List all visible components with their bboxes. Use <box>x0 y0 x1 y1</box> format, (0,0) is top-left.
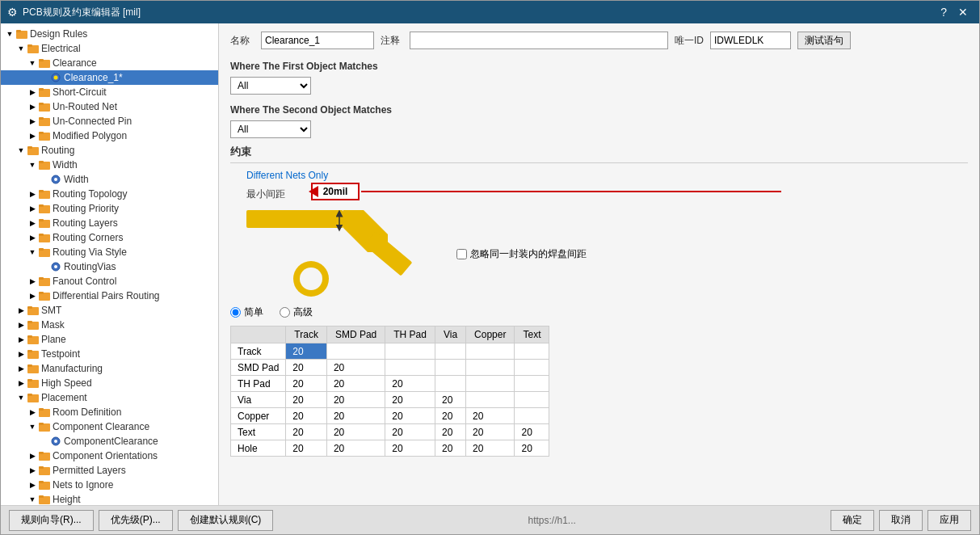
table-cell[interactable] <box>385 343 435 360</box>
table-cell[interactable] <box>466 360 515 376</box>
tree-item-component-clearance-rule[interactable]: ComponentClearance <box>1 434 218 449</box>
close-button[interactable]: ✕ <box>953 4 973 20</box>
tree-item-design-rules[interactable]: ▼Design Rules <box>1 27 218 41</box>
table-cell[interactable] <box>466 392 515 408</box>
tree-toggle-fanout-control[interactable]: ▶ <box>27 276 38 287</box>
tree-toggle-component-clearance[interactable]: ▼ <box>27 421 38 432</box>
tree-item-component-clearance[interactable]: ▼Component Clearance <box>1 419 218 434</box>
table-cell[interactable]: 20 <box>326 408 385 424</box>
name-input[interactable] <box>261 32 374 49</box>
tree-toggle-un-routed-net[interactable]: ▶ <box>27 101 38 112</box>
apply-button[interactable]: 应用 <box>927 510 971 531</box>
table-cell[interactable]: 20 <box>515 424 549 440</box>
table-cell[interactable] <box>515 360 549 376</box>
table-cell[interactable] <box>515 392 549 408</box>
table-cell[interactable]: 20 <box>326 376 385 392</box>
tree-toggle-plane[interactable]: ▶ <box>15 334 27 345</box>
tree-item-un-connected-pin[interactable]: ▶Un-Connected Pin <box>1 114 218 128</box>
tree-item-modified-polygon[interactable]: ▶Modified Polygon <box>1 128 218 143</box>
tree-toggle-clearance[interactable]: ▼ <box>27 57 38 69</box>
tree-item-routing-topology[interactable]: ▶Routing Topology <box>1 187 218 201</box>
tree-toggle-routing-vias[interactable] <box>38 261 49 272</box>
table-cell[interactable]: 20 <box>286 408 327 424</box>
tree-toggle-short-circuit[interactable]: ▶ <box>27 86 38 98</box>
table-cell[interactable]: 20 <box>326 424 385 440</box>
table-row[interactable]: Track20 <box>231 343 549 360</box>
tree-item-width-rule[interactable]: Width <box>1 172 218 187</box>
table-cell[interactable] <box>466 376 515 392</box>
tree-item-high-speed[interactable]: ▶High Speed <box>1 376 218 390</box>
tree-item-permitted-layers[interactable]: ▶Permitted Layers <box>1 463 218 478</box>
tree-item-placement[interactable]: ▼Placement <box>1 390 218 405</box>
radio-simple[interactable]: 简单 <box>230 305 263 319</box>
table-cell[interactable] <box>515 343 549 360</box>
table-cell[interactable] <box>326 343 385 360</box>
table-cell[interactable]: 20 <box>385 376 435 392</box>
tree-toggle-width-rule[interactable] <box>38 174 49 185</box>
tree-item-nets-to-ignore[interactable]: ▶Nets to Ignore <box>1 478 218 492</box>
tree-toggle-modified-polygon[interactable]: ▶ <box>27 130 38 141</box>
table-cell[interactable] <box>515 376 549 392</box>
tree-toggle-clearance-1[interactable] <box>38 72 49 83</box>
tree-toggle-permitted-layers[interactable]: ▶ <box>27 465 38 476</box>
tree-toggle-electrical[interactable]: ▼ <box>15 43 27 54</box>
tree-item-smt[interactable]: ▶SMT <box>1 303 218 318</box>
table-cell[interactable] <box>515 408 549 424</box>
tree-toggle-nets-to-ignore[interactable]: ▶ <box>27 479 38 491</box>
tree-toggle-width[interactable]: ▼ <box>27 159 38 171</box>
tree-toggle-room-definition[interactable]: ▶ <box>27 407 38 418</box>
tree-item-routing-priority[interactable]: ▶Routing Priority <box>1 201 218 216</box>
table-cell[interactable]: 20 <box>286 376 327 392</box>
table-cell[interactable]: 20 <box>466 408 515 424</box>
table-cell[interactable]: 20 <box>435 408 465 424</box>
tree-item-short-circuit[interactable]: ▶Short-Circuit <box>1 85 218 99</box>
ok-button[interactable]: 确定 <box>831 510 874 531</box>
tree-toggle-routing-priority[interactable]: ▶ <box>27 203 38 214</box>
rule-wizard-button[interactable]: 规则向导(R)... <box>9 510 94 531</box>
tree-toggle-component-clearance-rule[interactable] <box>38 436 49 447</box>
id-input[interactable] <box>710 32 791 49</box>
create-default-button[interactable]: 创建默认规则(C) <box>178 510 274 531</box>
table-cell[interactable]: 20 <box>466 440 515 457</box>
tree-item-height[interactable]: ▼Height <box>1 492 218 505</box>
tree-item-component-orientations[interactable]: ▶Component Orientations <box>1 449 218 463</box>
table-cell[interactable]: 20 <box>435 440 465 457</box>
tree-toggle-high-speed[interactable]: ▶ <box>15 377 27 389</box>
table-cell[interactable] <box>435 376 465 392</box>
tree-toggle-routing[interactable]: ▼ <box>15 145 27 156</box>
tree-item-room-definition[interactable]: ▶Room Definition <box>1 405 218 419</box>
tree-item-clearance-1[interactable]: Clearance_1* <box>1 70 218 85</box>
help-button[interactable]: ? <box>936 4 952 20</box>
tree-item-routing-vias[interactable]: RoutingVias <box>1 259 218 274</box>
tree-toggle-diff-pairs-routing[interactable]: ▶ <box>27 290 38 301</box>
table-cell[interactable]: 20 <box>326 440 385 457</box>
table-cell[interactable]: 20 <box>286 360 327 376</box>
tree-item-un-routed-net[interactable]: ▶Un-Routed Net <box>1 99 218 114</box>
tree-toggle-height[interactable]: ▼ <box>27 494 38 505</box>
table-cell[interactable]: 20 <box>385 424 435 440</box>
table-cell[interactable]: 20 <box>385 408 435 424</box>
tree-item-routing[interactable]: ▼Routing <box>1 143 218 158</box>
tree-toggle-mask[interactable]: ▶ <box>15 319 27 331</box>
tree-item-electrical[interactable]: ▼Electrical <box>1 41 218 56</box>
table-row[interactable]: TH Pad202020 <box>231 376 549 392</box>
ignore-checkbox[interactable] <box>456 249 467 259</box>
tree-toggle-routing-via-style[interactable]: ▼ <box>27 246 38 258</box>
table-cell[interactable]: 20 <box>286 343 327 360</box>
tree-toggle-routing-layers[interactable]: ▶ <box>27 217 38 229</box>
tree-toggle-manufacturing[interactable]: ▶ <box>15 363 27 374</box>
table-row[interactable]: Hole202020202020 <box>231 440 549 457</box>
tree-toggle-component-orientations[interactable]: ▶ <box>27 450 38 461</box>
tree-toggle-routing-topology[interactable]: ▶ <box>27 188 38 200</box>
tree-item-routing-layers[interactable]: ▶Routing Layers <box>1 216 218 230</box>
tree-toggle-routing-corners[interactable]: ▶ <box>27 232 38 243</box>
tree-item-clearance[interactable]: ▼Clearance <box>1 56 218 70</box>
tree-item-width[interactable]: ▼Width <box>1 158 218 172</box>
table-cell[interactable]: 20 <box>385 392 435 408</box>
table-cell[interactable]: 20 <box>466 424 515 440</box>
tree-item-manufacturing[interactable]: ▶Manufacturing <box>1 361 218 376</box>
tree-item-testpoint[interactable]: ▶Testpoint <box>1 347 218 361</box>
tree-item-routing-via-style[interactable]: ▼Routing Via Style <box>1 245 218 259</box>
note-input[interactable] <box>410 32 668 49</box>
test-button[interactable]: 测试语句 <box>797 32 851 49</box>
